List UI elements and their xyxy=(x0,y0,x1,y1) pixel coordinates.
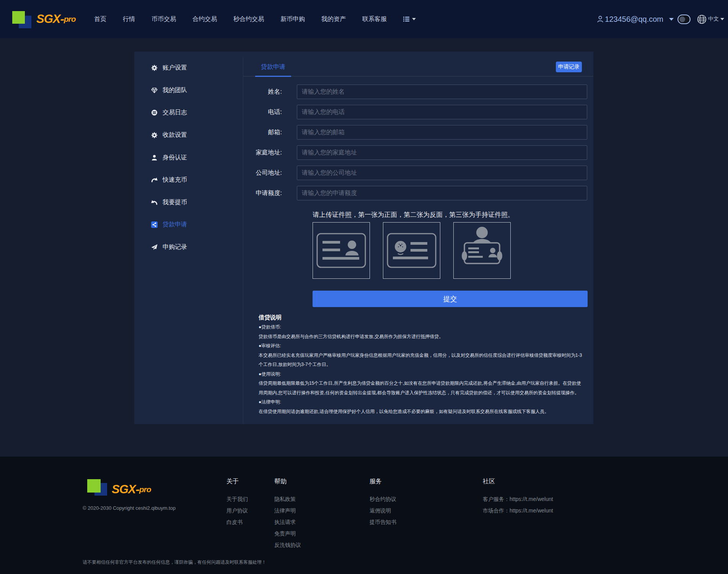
upload-row xyxy=(313,222,511,279)
language-selector[interactable]: 中文 xyxy=(708,16,719,23)
footer-link[interactable]: 白皮书 xyxy=(226,516,248,528)
globe-icon[interactable] xyxy=(697,15,707,24)
note-line: 借贷周期最低期限最低为15个工作日,所产生利息为借贷金额的百分之十,如没有在您所… xyxy=(259,379,590,388)
nav-item[interactable]: 秒合约交易 xyxy=(233,15,264,23)
sidebar-item-label: 交易日志 xyxy=(163,109,187,117)
loan-content: 贷款申请 申请记录 姓名: 电话: 邮箱: 家庭地址: 公司地址: xyxy=(243,52,593,424)
footer-link[interactable]: 返佣说明 xyxy=(370,505,396,516)
form-row: 姓名: xyxy=(243,85,587,99)
copyright: © 2020-2030 Copyright ceshi2.qibuym.top xyxy=(83,505,176,511)
footer-col-service: 服务 秒合约协议返佣说明提币告知书 xyxy=(370,478,396,528)
sidebar-item[interactable]: 快速充币 xyxy=(134,172,243,187)
upload-box[interactable] xyxy=(453,222,511,279)
nav-item[interactable]: 联系客服 xyxy=(362,15,387,23)
footer-link[interactable]: 执法请求 xyxy=(274,516,301,528)
sidebar-item-label: 申购记录 xyxy=(163,243,187,251)
apply-records-button[interactable]: 申请记录 xyxy=(556,62,582,72)
id-card-hold-icon xyxy=(460,226,504,275)
gear-icon xyxy=(151,65,158,71)
form-input[interactable] xyxy=(297,85,587,99)
note-line: ●贷款借币: xyxy=(259,322,590,332)
sidebar-item-label: 贷款申请 xyxy=(163,221,187,229)
note-line: 个工作日,放款时间为3-7个工作日。 xyxy=(259,360,590,369)
loan-form: 姓名: 电话: 邮箱: 家庭地址: 公司地址: 申请额度: xyxy=(243,85,587,206)
loan-notes: 借贷说明 ●贷款借币:贷款借币是由交易所与合作的三方信贷机构进行申请发放,交易所… xyxy=(259,312,590,416)
footer-link[interactable]: 免责声明 xyxy=(274,528,301,539)
footer-logo-green-square xyxy=(87,479,101,493)
nav-more-menu[interactable] xyxy=(403,16,416,22)
sidebar-item[interactable]: 账户设置 xyxy=(134,60,243,75)
footer-contact-line[interactable]: 市场合作：https://t.me/welunt xyxy=(483,505,553,516)
nav-item[interactable]: 首页 xyxy=(94,15,106,23)
form-label: 邮箱: xyxy=(243,125,282,140)
tab-loan-apply[interactable]: 贷款申请 xyxy=(255,63,291,77)
footer-link[interactable]: 秒合约协议 xyxy=(370,493,396,505)
user-email[interactable]: 123456@qq.com xyxy=(605,15,663,24)
form-input[interactable] xyxy=(297,105,587,119)
note-line: 贷款借币是由交易所与合作的三方信贷机构进行申请发放,交易所作为担保方进行抵押借贷… xyxy=(259,332,590,341)
footer-link[interactable]: 提币告知书 xyxy=(370,516,396,528)
brand-logo[interactable]: SGX-pro xyxy=(36,0,76,38)
footer-link[interactable]: 关于我们 xyxy=(226,493,248,505)
note-line: 用周期内,您可以进行操作和投资,任何的资金划转出金提现,都会导致账户进入保护性冻… xyxy=(259,388,590,398)
form-label: 公司地址: xyxy=(243,166,282,180)
sidebar-item[interactable]: 贷款申请 xyxy=(134,217,243,232)
form-row: 申请额度: xyxy=(243,186,587,200)
sidebar-item[interactable]: 我要提币 xyxy=(134,195,243,210)
sidebar: 账户设置 我的团队 交易日志 xyxy=(134,52,243,319)
nav-item[interactable]: 币币交易 xyxy=(151,15,176,23)
upload-box[interactable] xyxy=(383,222,440,279)
sidebar-item-label: 我要提币 xyxy=(163,198,187,207)
footer-col-community: 社区 客户服务：https://t.me/welunt市场合作：https://… xyxy=(483,478,553,516)
footer-brand-sub: pro xyxy=(139,485,151,494)
journal-icon xyxy=(151,109,158,116)
footer-link[interactable]: 隐私政策 xyxy=(274,493,301,505)
form-row: 家庭地址: xyxy=(243,145,587,160)
footer-link[interactable]: 用户协议 xyxy=(226,505,248,516)
sidebar-item[interactable]: 身份认证 xyxy=(134,150,243,165)
form-row: 邮箱: xyxy=(243,125,587,140)
notes-title: 借贷说明 xyxy=(259,312,590,322)
footer-col-title: 服务 xyxy=(370,478,396,486)
menu-list-icon xyxy=(403,16,409,22)
nav-menu: 首页行情币币交易合约交易秒合约交易新币申购我的资产联系客服 xyxy=(94,0,416,38)
paper-plane-icon xyxy=(151,244,158,250)
form-input[interactable] xyxy=(297,125,587,140)
theme-toggle[interactable] xyxy=(678,15,691,24)
sidebar-item[interactable]: 收款设置 xyxy=(134,127,243,143)
form-label: 申请额度: xyxy=(243,186,282,200)
form-row: 电话: xyxy=(243,105,587,119)
form-row: 公司地址: xyxy=(243,166,587,180)
sidebar-item[interactable]: 我的团队 xyxy=(134,83,243,98)
person-icon xyxy=(151,154,158,161)
nav-item[interactable]: 合约交易 xyxy=(192,15,217,23)
sidebar-item[interactable]: 申购记录 xyxy=(134,239,243,255)
submit-button[interactable]: 提交 xyxy=(313,291,588,307)
id-card-front-icon xyxy=(316,233,366,268)
form-input[interactable] xyxy=(297,166,587,180)
nav-item[interactable]: 新币申购 xyxy=(280,15,305,23)
footer-link[interactable]: 反洗钱协议 xyxy=(274,539,301,551)
caret-down-icon[interactable] xyxy=(669,18,674,21)
upload-box[interactable] xyxy=(313,222,370,279)
footer-contact-line[interactable]: 客户服务：https://t.me/welunt xyxy=(483,493,553,505)
sidebar-item-label: 身份认证 xyxy=(163,154,187,162)
sidebar-item-label: 我的团队 xyxy=(163,86,187,94)
footer-link[interactable]: 法律声明 xyxy=(274,505,301,516)
form-input[interactable] xyxy=(297,145,587,160)
footer-disclaimer: 请不要相信任何非官方平台发布的任何信息，谨防诈骗，有任何问题请及时联系客服处理！ xyxy=(83,559,266,566)
brand-logo-sub: pro xyxy=(64,15,76,24)
nav-item[interactable]: 行情 xyxy=(123,15,135,23)
navbar: SGX-pro 首页行情币币交易合约交易秒合约交易新币申购我的资产联系客服 12… xyxy=(0,0,728,38)
note-line: 在借贷使用期间请勿逾期还款,请合理使用保护好个人信用，以免给您造成不必要的麻烦，… xyxy=(259,407,590,416)
sidebar-item[interactable]: 交易日志 xyxy=(134,105,243,120)
diamond-icon xyxy=(151,87,158,94)
footer-brand-logo: SGX-pro xyxy=(112,481,151,498)
redo-arrow-icon xyxy=(151,177,158,183)
caret-down-icon xyxy=(412,18,416,20)
form-label: 电话: xyxy=(243,105,282,119)
nav-item[interactable]: 我的资产 xyxy=(321,15,346,23)
form-label: 家庭地址: xyxy=(243,145,282,160)
footer-col-help: 帮助 隐私政策法律声明执法请求免责声明反洗钱协议 xyxy=(274,478,301,551)
form-input[interactable] xyxy=(297,186,587,200)
